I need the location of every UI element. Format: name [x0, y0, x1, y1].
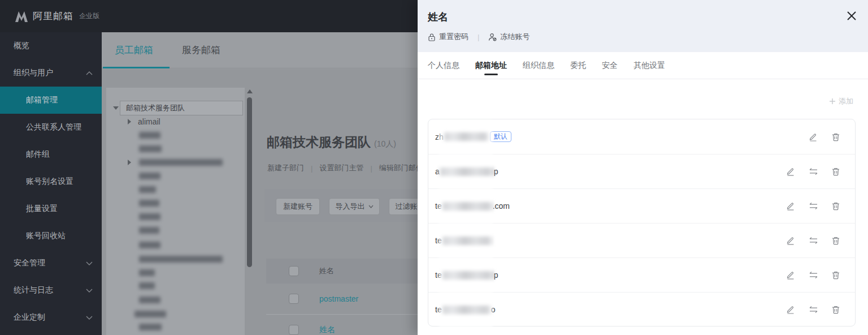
default-badge: 默认	[490, 131, 511, 142]
sidebar-item-org-users[interactable]: 组织与用户	[0, 59, 102, 87]
sidebar-item-public-contacts[interactable]: 公共联系人管理	[0, 114, 102, 141]
swap-icon[interactable]	[802, 237, 824, 244]
censored-tree-item[interactable]	[139, 227, 159, 234]
censored-tree-item[interactable]	[134, 311, 166, 317]
tree-collapse-icon[interactable]	[128, 119, 131, 124]
link-set-manager[interactable]: 设置部门主管	[319, 163, 363, 173]
censored-tree-item[interactable]	[139, 242, 160, 248]
delete-icon[interactable]	[824, 201, 847, 211]
chevron-down-icon	[86, 289, 93, 293]
censored-tree-item[interactable]	[139, 213, 160, 220]
email-suffix: o	[491, 305, 496, 314]
reset-password-button[interactable]: 重置密码	[428, 32, 468, 42]
column-header-name: 姓名	[319, 266, 334, 276]
censored-tree-item[interactable]	[139, 159, 223, 166]
new-account-button[interactable]: 新建账号	[276, 198, 320, 215]
censored-tree-item[interactable]	[139, 324, 162, 330]
row-actions	[779, 189, 847, 223]
row-actions	[779, 258, 847, 292]
swap-icon[interactable]	[802, 306, 824, 313]
email-row: ap	[428, 154, 855, 188]
row-actions	[779, 119, 847, 154]
email-address-list: zh默认 ap	[428, 119, 856, 327]
select-all-checkbox[interactable]	[289, 266, 299, 276]
row-checkbox[interactable]	[289, 294, 299, 304]
sidebar-item-mailbox-management[interactable]: 邮箱管理	[0, 87, 102, 114]
drawer-header: 姓名 重置密码 |	[418, 0, 868, 52]
censored-tree-item[interactable]	[139, 256, 223, 263]
account-link[interactable]: postmaster	[319, 294, 358, 303]
tree-collapse-icon[interactable]	[128, 160, 131, 165]
tree-node-alimail[interactable]: alimail	[138, 117, 160, 126]
email-suffix: p	[494, 270, 498, 280]
department-tree-panel: 邮箱技术服务团队 alimail	[106, 88, 245, 335]
row-checkbox[interactable]	[289, 325, 299, 335]
delete-icon[interactable]	[824, 132, 847, 141]
active-tab-underline	[484, 74, 498, 75]
freeze-account-button[interactable]: 冻结账号	[488, 32, 530, 42]
button-label: 导入导出	[336, 201, 365, 212]
email-row: zh默认	[428, 119, 855, 154]
swap-icon[interactable]	[802, 271, 824, 279]
delete-icon[interactable]	[824, 270, 847, 280]
tab-service-mailbox[interactable]: 服务邮箱	[182, 44, 220, 57]
tab-security[interactable]: 安全	[602, 52, 618, 79]
delete-icon[interactable]	[824, 167, 847, 176]
censored-tree-item[interactable]	[139, 145, 162, 152]
edit-icon[interactable]	[779, 270, 802, 280]
link-new-subdepartment[interactable]: 新建子部门	[267, 163, 304, 173]
divider: |	[311, 164, 313, 173]
row-actions	[779, 293, 847, 327]
tree-expand-icon[interactable]	[113, 106, 119, 110]
app-root: 阿里邮箱 企业版 概览 组织与用户 邮箱管理 公共联系人管理 邮件组 账号别名设…	[0, 0, 868, 335]
tab-delegation[interactable]: 委托	[570, 52, 586, 79]
scrollbar-thumb[interactable]	[247, 97, 252, 267]
tab-org-info[interactable]: 组织信息	[523, 52, 554, 79]
sidebar-item-batch-settings[interactable]: 批量设置	[0, 195, 102, 222]
tab-employee-mailbox[interactable]: 员工邮箱	[115, 44, 153, 57]
email-prefix: a	[435, 167, 440, 176]
tree-node-root[interactable]: 邮箱技术服务团队	[120, 101, 243, 115]
edit-icon[interactable]	[802, 132, 824, 141]
edit-icon[interactable]	[779, 236, 802, 245]
brand-name: 阿里邮箱	[33, 10, 73, 23]
account-link[interactable]: 姓名	[319, 325, 335, 335]
tab-other-settings[interactable]: 其他设置	[633, 52, 665, 79]
edit-icon[interactable]	[779, 305, 802, 314]
scrollbar-up-arrow[interactable]	[247, 89, 253, 93]
chevron-down-icon	[86, 316, 93, 320]
censored-tree-item[interactable]	[139, 132, 160, 139]
active-tab-underline	[103, 67, 170, 68]
chevron-down-icon	[86, 261, 93, 265]
sidebar-item-overview[interactable]: 概览	[0, 32, 102, 59]
sidebar-item-security[interactable]: 安全管理	[0, 250, 102, 277]
tab-personal-info[interactable]: 个人信息	[428, 52, 459, 79]
censored-tree-item[interactable]	[139, 297, 160, 303]
sidebar-item-enterprise-custom[interactable]: 企业定制	[0, 304, 102, 331]
sidebar-item-mail-groups[interactable]: 邮件组	[0, 141, 102, 168]
close-icon[interactable]	[845, 10, 858, 22]
delete-icon[interactable]	[824, 236, 847, 245]
censored-tree-item[interactable]	[139, 282, 155, 289]
sidebar: 概览 组织与用户 邮箱管理 公共联系人管理 邮件组 账号别名设置 批量设置 账号…	[0, 32, 102, 335]
censored-tree-item[interactable]	[139, 173, 160, 179]
tab-email-address[interactable]: 邮箱地址	[475, 52, 507, 79]
add-email-button[interactable]: 添加	[829, 96, 853, 106]
edit-icon[interactable]	[779, 201, 802, 211]
censored-tree-item[interactable]	[139, 200, 159, 207]
delete-icon[interactable]	[824, 305, 847, 314]
alimail-logo-icon	[15, 10, 28, 23]
sidebar-item-recycle-bin[interactable]: 账号回收站	[0, 222, 102, 250]
chevron-down-icon	[368, 205, 374, 208]
sidebar-item-alias-settings[interactable]: 账号别名设置	[0, 168, 102, 195]
censored-tree-item[interactable]	[139, 186, 156, 193]
sidebar-item-label: 企业定制	[14, 312, 45, 323]
censored-tree-item[interactable]	[139, 269, 155, 276]
import-export-button[interactable]: 导入导出	[329, 198, 380, 215]
member-count: (10人)	[374, 139, 396, 148]
swap-icon[interactable]	[802, 202, 824, 210]
edit-icon[interactable]	[779, 167, 802, 176]
email-prefix: te	[435, 201, 442, 211]
swap-icon[interactable]	[802, 168, 824, 175]
sidebar-item-stats-logs[interactable]: 统计与日志	[0, 277, 102, 304]
